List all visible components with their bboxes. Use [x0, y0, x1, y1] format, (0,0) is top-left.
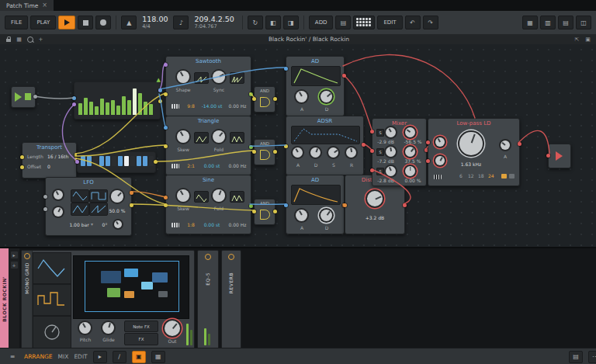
decay-knob[interactable]: [321, 91, 332, 102]
browser-button[interactable]: ▤: [335, 16, 351, 29]
undo-button[interactable]: ↶: [405, 16, 421, 29]
module-and-2[interactable]: AND: [254, 139, 275, 165]
view-edit[interactable]: EDIT: [74, 353, 87, 360]
expand-icon[interactable]: ⇱: [573, 36, 580, 43]
port[interactable]: [273, 150, 277, 154]
level-value[interactable]: -2.8 dB: [372, 179, 399, 183]
file-button[interactable]: FILE: [5, 16, 28, 29]
play-mode-button[interactable]: PLAY: [30, 16, 56, 29]
port[interactable]: [164, 92, 168, 96]
lfo-phase-knob[interactable]: [114, 220, 122, 228]
lfo-phase-value[interactable]: 0°: [100, 223, 109, 227]
note-fx-slot[interactable]: Note FX: [124, 321, 158, 332]
port[interactable]: [249, 92, 253, 96]
close-icon[interactable]: ×: [42, 2, 47, 9]
pitch-knob[interactable]: [79, 322, 91, 334]
module-audio-out[interactable]: [548, 144, 571, 168]
help-panel-icon[interactable]: ⋯: [588, 351, 596, 363]
attack-knob[interactable]: [293, 147, 303, 158]
lfo-rate-value[interactable]: 1.00 bar: [68, 223, 91, 227]
grid-view-icon[interactable]: ▦: [16, 36, 23, 43]
pan-value[interactable]: 37.5 %: [400, 159, 425, 164]
port[interactable]: [130, 203, 133, 207]
offset-value[interactable]: 0: [47, 165, 50, 169]
pan-knob[interactable]: [405, 127, 415, 137]
tempo-display[interactable]: 118.00 4/4: [139, 16, 171, 29]
pole-option-12[interactable]: 12: [468, 173, 474, 179]
sustain-knob[interactable]: [328, 147, 338, 158]
pole-option-24[interactable]: 24: [488, 173, 494, 179]
module-and-3[interactable]: AND: [254, 199, 275, 225]
power-icon[interactable]: [228, 254, 234, 260]
decay-knob[interactable]: [310, 147, 321, 158]
punch-out-button[interactable]: ◨: [283, 16, 299, 29]
pitch-value[interactable]: 0.00 st: [199, 223, 225, 227]
keyboard-icon[interactable]: [172, 104, 179, 109]
module-adsr[interactable]: ADSR A D S R: [286, 116, 364, 175]
add-button[interactable]: ADD: [309, 16, 334, 29]
port[interactable]: [20, 165, 24, 169]
port[interactable]: [284, 203, 288, 207]
module-sine[interactable]: Sine Skew Fold 1:8 0.00 st 0.00 Hz: [165, 175, 251, 234]
power-icon[interactable]: [24, 253, 30, 259]
grid-preview-selection[interactable]: [85, 261, 179, 312]
track-color-strip[interactable]: BLOCK ROCKIN': [0, 248, 9, 349]
level-value[interactable]: -7.2 dB: [372, 159, 399, 164]
position-display[interactable]: 209.4.2.50 7:04.767: [191, 16, 237, 29]
device-eq5[interactable]: EQ-5: [197, 250, 219, 349]
view-arrange[interactable]: ARRANGE: [24, 353, 53, 360]
ratio-value[interactable]: 1:8: [185, 223, 197, 227]
steps-cells[interactable]: [81, 156, 154, 166]
power-icon[interactable]: [205, 254, 211, 260]
pole-option-18[interactable]: 18: [478, 173, 484, 179]
port[interactable]: [249, 204, 253, 208]
port[interactable]: [273, 97, 277, 101]
port[interactable]: [43, 195, 47, 199]
drive-knob[interactable]: [367, 191, 383, 206]
pole-option-6[interactable]: 6: [459, 173, 463, 179]
freq-value[interactable]: 0.00 Hz: [227, 223, 248, 227]
cutoff-value[interactable]: 1.63 kHz: [452, 162, 490, 167]
chain-collapse-icon[interactable]: ▸: [11, 251, 18, 258]
level-knob[interactable]: [386, 147, 396, 157]
port[interactable]: [284, 67, 288, 71]
port[interactable]: [403, 203, 407, 207]
port[interactable]: [158, 99, 162, 103]
chevron-down-icon[interactable]: ▾: [91, 221, 93, 227]
stop-button[interactable]: [78, 16, 93, 29]
port[interactable]: [43, 207, 47, 211]
ratio-value[interactable]: 2:1: [185, 164, 197, 168]
lock-icon[interactable]: [5, 36, 12, 43]
shape-knob[interactable]: [177, 71, 189, 83]
cutoff-knob[interactable]: [459, 132, 483, 155]
ratio-value[interactable]: 9:8: [185, 104, 197, 109]
port[interactable]: [370, 168, 374, 172]
filter-mode-icon[interactable]: [509, 174, 515, 179]
lfo-knob-2[interactable]: [54, 207, 63, 217]
note-button[interactable]: ♪: [173, 16, 189, 29]
record-button[interactable]: [95, 16, 111, 29]
redo-button[interactable]: ↷: [423, 16, 438, 29]
device-header[interactable]: MONO GRID: [22, 251, 33, 348]
pitch-value[interactable]: -14.00 st: [199, 104, 225, 109]
attack-knob[interactable]: [296, 210, 307, 221]
pitch-value[interactable]: 0.00 st: [199, 164, 225, 168]
fx-slot[interactable]: FX: [124, 333, 158, 345]
port[interactable]: [284, 144, 288, 148]
envelope-display[interactable]: [291, 66, 341, 86]
module-lowpass-ld[interactable]: Low-pass LD 1.63 kHz A 6 12 18 24: [428, 118, 520, 186]
length-value[interactable]: 16 / 16th: [47, 154, 68, 159]
freq-value[interactable]: 0.00 Hz: [227, 104, 248, 109]
port[interactable]: [252, 150, 256, 154]
glide-knob[interactable]: [102, 322, 114, 334]
pan-knob[interactable]: [405, 147, 415, 157]
port[interactable]: [249, 145, 253, 149]
pan-value[interactable]: 0.00 %: [400, 179, 425, 183]
port[interactable]: [164, 203, 168, 207]
port[interactable]: [426, 159, 430, 163]
mod-knob-2[interactable]: [435, 156, 445, 165]
module-transport[interactable]: Transport Length 16 / 16th Offset 0: [22, 142, 77, 179]
port[interactable]: [342, 74, 346, 78]
bitwig-logo-button[interactable]: [353, 16, 375, 29]
port[interactable]: [252, 97, 256, 101]
